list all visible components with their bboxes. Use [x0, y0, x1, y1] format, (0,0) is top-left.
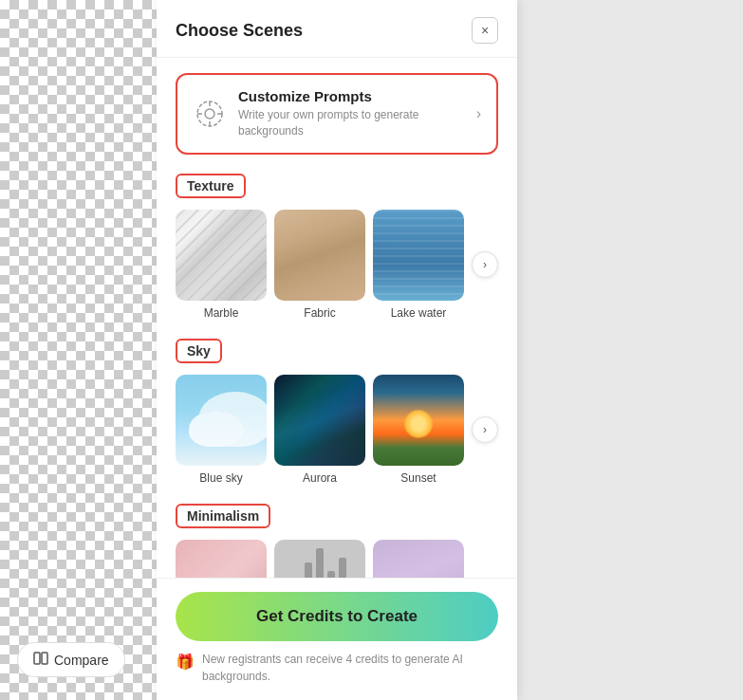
- scene-label-marble: Marble: [204, 306, 239, 320]
- scene-item-marble[interactable]: Marble: [176, 210, 267, 320]
- scene-thumb-marble: [176, 210, 267, 301]
- gift-icon: 🎁: [176, 651, 195, 673]
- promo-text: 🎁 New registrants can receive 4 credits …: [176, 651, 498, 685]
- scene-thumb-columns: [274, 540, 365, 578]
- minimalism-scenes-row: ›: [176, 540, 498, 578]
- customize-text: Customize Prompts Write your own prompts…: [238, 88, 465, 139]
- scene-item-purple[interactable]: [373, 540, 464, 578]
- scene-item-aurora[interactable]: Aurora: [274, 375, 365, 485]
- customize-title: Customize Prompts: [238, 88, 465, 104]
- texture-scenes-row: Marble Fabric Lake water ›: [176, 210, 498, 320]
- svg-rect-1: [42, 653, 47, 664]
- scene-thumb-bluesky: [176, 375, 267, 466]
- scene-thumb-sunset: [373, 375, 464, 466]
- scene-thumb-aurora: [274, 375, 365, 466]
- close-button[interactable]: ×: [472, 17, 498, 44]
- scene-item-sunset[interactable]: Sunset: [373, 375, 464, 485]
- scene-item-columns[interactable]: [274, 540, 365, 578]
- customize-icon: [193, 97, 227, 131]
- panel-content: Customize Prompts Write your own prompts…: [157, 58, 517, 578]
- compare-label: Compare: [54, 653, 109, 668]
- sky-section-label: Sky: [176, 339, 222, 363]
- scene-item-pink[interactable]: [176, 540, 267, 578]
- checkerboard-bg: [0, 0, 157, 700]
- scene-label-aurora: Aurora: [303, 471, 337, 485]
- panel-footer: Get Credits to Create 🎁 New registrants …: [157, 578, 517, 700]
- scene-label-fabric: Fabric: [304, 306, 335, 320]
- compare-icon: [33, 651, 48, 669]
- scene-item-fabric[interactable]: Fabric: [274, 210, 365, 320]
- scene-thumb-fabric: [274, 210, 365, 301]
- sky-scenes-row: Blue sky Aurora Sunset ›: [176, 375, 498, 485]
- sky-scroll-arrow[interactable]: ›: [472, 416, 498, 443]
- scene-label-sunset: Sunset: [400, 471, 436, 485]
- choose-scenes-panel: Choose Scenes × Customize Prompts Write …: [157, 0, 517, 700]
- minimalism-section-label: Minimalism: [176, 504, 270, 528]
- minimalism-section: Minimalism: [176, 504, 498, 578]
- get-credits-button[interactable]: Get Credits to Create: [176, 592, 498, 641]
- scene-item-lakewater[interactable]: Lake water: [373, 210, 464, 320]
- scene-thumb-purple: [373, 540, 464, 578]
- scene-label-lakewater: Lake water: [391, 306, 447, 320]
- promo-description: New registrants can receive 4 credits to…: [202, 651, 498, 685]
- panel-header: Choose Scenes ×: [157, 0, 517, 58]
- texture-scroll-arrow[interactable]: ›: [472, 251, 498, 278]
- scene-thumb-pink: [176, 540, 267, 578]
- close-icon: ×: [481, 23, 489, 38]
- scene-thumb-lakewater: [373, 210, 464, 301]
- customize-prompts-card[interactable]: Customize Prompts Write your own prompts…: [176, 73, 498, 155]
- svg-point-3: [205, 109, 214, 119]
- svg-rect-0: [34, 653, 40, 664]
- scene-item-bluesky[interactable]: Blue sky: [176, 375, 267, 485]
- texture-section: Texture Marble Fabric Lake water ›: [176, 174, 498, 320]
- scene-label-bluesky: Blue sky: [199, 471, 242, 485]
- panel-title: Choose Scenes: [176, 21, 303, 41]
- compare-button[interactable]: Compare: [17, 642, 125, 677]
- customize-arrow: ›: [476, 105, 481, 122]
- texture-section-label: Texture: [176, 174, 246, 198]
- customize-subtitle: Write your own prompts to generate backg…: [238, 107, 465, 139]
- sky-section: Sky Blue sky Aurora Sunset ›: [176, 339, 498, 485]
